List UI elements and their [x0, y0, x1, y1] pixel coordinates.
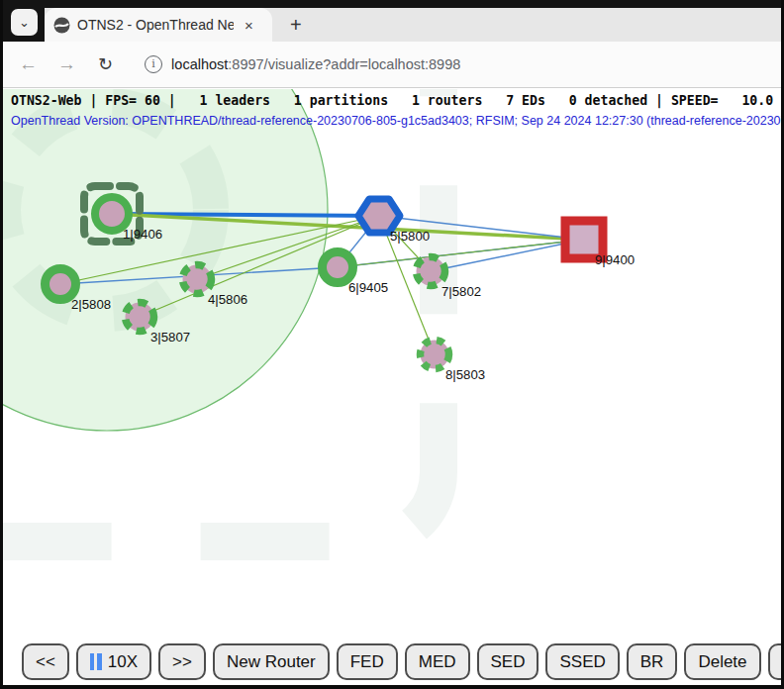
site-info-icon[interactable]: i	[145, 55, 162, 73]
toolbar-button-label: SSED	[559, 652, 605, 672]
toolbar-button-med[interactable]: MED	[405, 643, 470, 680]
toolbar-button-sed[interactable]: SED	[477, 643, 539, 680]
node-9-9400-failed[interactable]: 9|9400	[565, 221, 635, 267]
router-hexagon	[358, 199, 400, 233]
radio-range-circle	[3, 89, 328, 431]
toolbar-button-fed[interactable]: FED	[337, 643, 398, 680]
back-icon[interactable]: ←	[13, 53, 44, 75]
node-label: 7|5802	[441, 284, 481, 299]
reload-icon[interactable]: ↻	[92, 53, 119, 75]
node-8-5803-sed[interactable]: 8|5803	[421, 341, 486, 383]
fed-circle	[323, 252, 353, 283]
toolbar-button-delete[interactable]: Delete	[684, 643, 760, 680]
forward-icon[interactable]: →	[51, 53, 82, 75]
toolbar-button-new-router[interactable]: New Router	[213, 643, 330, 680]
tab-close-icon[interactable]: ×	[241, 15, 257, 36]
med-circle	[183, 265, 212, 294]
node-label: 9|9400	[595, 252, 635, 267]
med-circle	[417, 257, 445, 286]
toolbar-button-label: BR	[640, 652, 664, 672]
window-top-strip	[3, 0, 781, 8]
globe-favicon	[53, 17, 70, 34]
new-tab-button[interactable]: +	[282, 8, 310, 42]
toolbar: <<10X>>New RouterFEDMEDSEDSSEDBRDeleteRa…	[3, 639, 781, 685]
browser-window: ⌄ OTNS2 - OpenThread Ne × + ← → ↻ i loca…	[0, 0, 784, 689]
node-label: 3|5807	[150, 330, 190, 344]
toolbar-button-label: <<	[36, 652, 55, 672]
url-bar: ← → ↻ i localhost:8997/visualize?addr=lo…	[3, 42, 781, 88]
node-label: 4|5806	[208, 292, 247, 307]
toolbar-button-radio-off[interactable]: Radio Off	[768, 643, 781, 680]
status-bar: OTNS2-Web | FPS= 60 | 1 leaders 1 partit…	[11, 93, 773, 108]
toolbar-button-label: >>	[172, 652, 192, 672]
toolbar-button-br[interactable]: BR	[627, 643, 678, 680]
url-host: localhost	[171, 56, 228, 72]
pause-icon	[90, 653, 102, 670]
fed-circle	[46, 269, 76, 300]
tab-title: OTNS2 - OpenThread Ne	[77, 17, 234, 33]
node-label: 5|5800	[390, 229, 430, 244]
toolbar-button-ssed[interactable]: SSED	[545, 643, 619, 680]
tab-list-chevron-button[interactable]: ⌄	[11, 9, 38, 36]
leader-ring	[95, 197, 129, 231]
link-6-9	[338, 240, 584, 267]
toolbar-button-label: FED	[350, 652, 384, 672]
med-circle	[126, 303, 154, 332]
toolbar-button-label: 10X	[108, 652, 138, 672]
toolbar-button--[interactable]: <<	[22, 643, 69, 680]
toolbar-button-10x[interactable]: 10X	[76, 643, 151, 680]
simulation-canvas: 1|94062|58083|58074|58065|58006|94057|58…	[3, 89, 781, 639]
sed-circle	[421, 341, 449, 369]
active-tab[interactable]: OTNS2 - OpenThread Ne ×	[45, 8, 272, 42]
openthread-version-text: OpenThread Version: OPENTHREAD/thread-re…	[11, 114, 781, 128]
toolbar-button-label: New Router	[227, 652, 316, 672]
node-label: 1|9406	[123, 227, 162, 242]
node-label: 2|5808	[71, 297, 111, 312]
tab-strip-dark-corner: ⌄	[3, 8, 45, 42]
node-label: 8|5803	[445, 367, 485, 382]
address-field[interactable]: localhost:8997/visualize?addr=localhost:…	[171, 56, 460, 72]
node-5-5800-router[interactable]: 5|5800	[358, 199, 430, 244]
toolbar-button-label: Delete	[698, 652, 746, 672]
tab-strip: ⌄ OTNS2 - OpenThread Ne × +	[3, 8, 781, 42]
url-path: :8997/visualize?addr=localhost:8998	[228, 56, 460, 72]
node-label: 6|9405	[348, 280, 388, 295]
network-canvas[interactable]: 1|94062|58083|58074|58065|58006|94057|58…	[3, 89, 781, 639]
toolbar-button-label: MED	[419, 652, 456, 672]
toolbar-button--[interactable]: >>	[158, 643, 206, 680]
node-6-9405-fed[interactable]: 6|9405	[323, 252, 389, 296]
toolbar-button-label: SED	[491, 652, 526, 672]
